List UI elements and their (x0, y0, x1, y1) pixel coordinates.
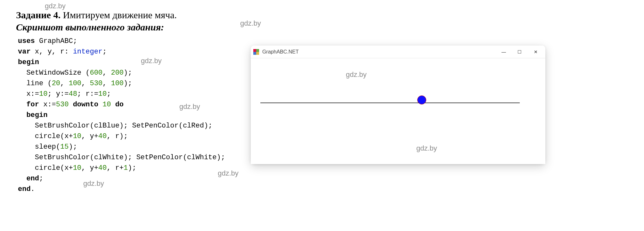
kw-do: do (115, 101, 124, 109)
code-text: , (81, 79, 90, 87)
code-text (18, 101, 26, 109)
task-number: Задание 4. (16, 10, 61, 20)
code-text: ); (128, 164, 136, 172)
code-text: circle(x+ (18, 132, 73, 140)
code-text: , y+ (81, 164, 98, 172)
minimize-button[interactable]: — (500, 48, 508, 56)
num: 600 (90, 69, 102, 77)
ground-line (260, 103, 520, 103)
code-text: SetBrushColor(clWhite); SetPenColor(clWh… (18, 153, 225, 161)
code-text: GraphABC; (35, 37, 77, 45)
num: 1 (124, 164, 128, 172)
code-text: , (102, 79, 111, 87)
graph-window: GraphABC.NET — ☐ ✕ (251, 45, 545, 164)
num: 48 (69, 90, 77, 98)
icon-sq (256, 49, 259, 52)
close-button[interactable]: ✕ (532, 48, 540, 56)
kw-downto: downto (73, 101, 98, 109)
ball-icon (417, 95, 426, 104)
code-text: line ( (18, 79, 52, 87)
code-block: uses GraphABC; var x, y, r: integer; beg… (16, 36, 225, 194)
maximize-button[interactable]: ☐ (516, 48, 524, 56)
code-text: ; (102, 48, 107, 56)
app-icon (253, 49, 259, 55)
code-text (98, 101, 102, 109)
code-text: ); (124, 69, 132, 77)
content-row: uses GraphABC; var x, y, r: integer; beg… (16, 36, 628, 194)
num: 530 (56, 101, 69, 109)
screenshot-subheading: Скриншот выполненного задания: (16, 22, 628, 33)
kw-for: for (26, 101, 39, 109)
code-text: , (60, 79, 69, 87)
watermark: gdz.by (83, 179, 104, 188)
num: 100 (69, 79, 81, 87)
code-text: , (102, 69, 111, 77)
window-controls: — ☐ ✕ (500, 48, 543, 56)
num: 100 (111, 79, 124, 87)
num: 20 (52, 79, 60, 87)
watermark: gdz.by (346, 70, 367, 79)
kw-end: end (18, 175, 39, 183)
icon-sq (256, 52, 259, 55)
num: 15 (60, 143, 69, 151)
code-text: SetBrushColor(clBlue); SetPenColor(clRed… (18, 122, 212, 130)
code-text: , r+ (107, 164, 124, 172)
task-heading: Задание 4. Имитируем движение мяча. (16, 10, 628, 21)
watermark: gdz.by (240, 19, 261, 28)
code-text (111, 101, 115, 109)
code-text: , r); (107, 132, 128, 140)
code-text: sleep( (18, 143, 60, 151)
icon-sq (253, 49, 256, 52)
code-text: ); (124, 79, 132, 87)
num: 10 (98, 90, 107, 98)
kw-uses: uses (18, 37, 35, 45)
task-title: Имитируем движение мяча. (61, 10, 177, 20)
watermark: gdz.by (45, 2, 66, 10)
kw-begin: begin (18, 111, 47, 119)
kw-end: end (18, 185, 31, 193)
watermark: gdz.by (218, 169, 239, 177)
kw-begin: begin (18, 58, 39, 66)
code-text: x:= (39, 101, 56, 109)
titlebar: GraphABC.NET — ☐ ✕ (251, 45, 545, 58)
code-text (69, 101, 73, 109)
num: 10 (73, 164, 81, 172)
watermark: gdz.by (141, 57, 162, 65)
window-client (251, 58, 545, 164)
num: 40 (98, 132, 107, 140)
code-text: ; (107, 90, 111, 98)
code-text: circle(x+ (18, 164, 73, 172)
window-title: GraphABC.NET (262, 49, 500, 55)
watermark: gdz.by (179, 103, 200, 111)
watermark: gdz.by (416, 144, 437, 153)
icon-sq (253, 52, 256, 55)
code-text: x:= (18, 90, 39, 98)
num: 200 (111, 69, 124, 77)
code-text: ; r:= (77, 90, 98, 98)
code-text: ; y:= (47, 90, 69, 98)
type-integer: integer (73, 48, 102, 56)
code-text: ; (39, 175, 43, 183)
code-text: . (31, 185, 35, 193)
code-text: ); (69, 143, 77, 151)
code-text: SetWindowSize ( (18, 69, 90, 77)
num: 40 (98, 164, 107, 172)
code-text: x, y, r: (31, 48, 73, 56)
kw-var: var (18, 48, 31, 56)
num: 10 (102, 101, 111, 109)
num: 10 (73, 132, 81, 140)
num: 530 (90, 79, 102, 87)
num: 10 (39, 90, 47, 98)
code-text: , y+ (81, 132, 98, 140)
